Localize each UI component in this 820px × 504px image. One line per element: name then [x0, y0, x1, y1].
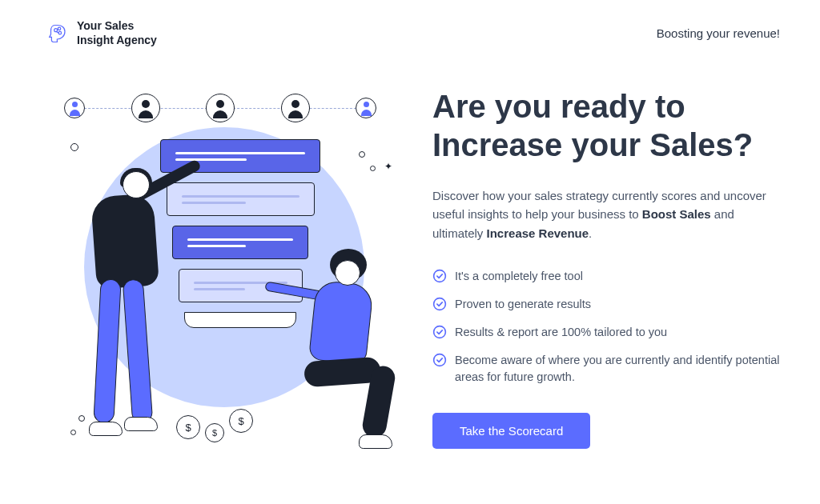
avatar-icon: [64, 98, 85, 118]
avatar-icon: [206, 94, 235, 122]
brand-name: Your Sales Insight Agency: [77, 19, 157, 47]
person-illustration: [76, 171, 196, 435]
check-circle-icon: [432, 297, 447, 311]
take-scorecard-button[interactable]: Take the Scorecard: [432, 413, 590, 449]
hero-description: Discover how your sales strategy current…: [432, 186, 780, 242]
benefits-list: It's a completely free tool Proven to ge…: [432, 268, 780, 386]
page-header: Your Sales Insight Agency Boosting your …: [0, 0, 820, 47]
desc-bold: Boost Sales: [642, 207, 711, 221]
coin-icon: $: [176, 415, 200, 439]
coin-icon: $: [205, 423, 224, 442]
check-circle-icon: [432, 325, 447, 339]
header-tagline: Boosting your revenue!: [657, 26, 780, 40]
avatar-icon: [281, 94, 310, 122]
person-illustration: [264, 255, 408, 455]
svg-point-4: [434, 298, 446, 310]
avatar-icon: [356, 98, 376, 118]
hero-copy: Are you ready to Increase your Sales? Di…: [432, 79, 780, 449]
brand-name-line2: Insight Agency: [77, 34, 157, 48]
benefit-item: It's a completely free tool: [432, 268, 780, 285]
brand-name-line1: Your Sales: [77, 19, 157, 34]
benefit-item: Become aware of where you are currently …: [432, 352, 780, 386]
benefit-text: Results & report are 100% tailored to yo…: [455, 324, 667, 341]
svg-point-3: [434, 270, 446, 282]
brain-head-icon: [48, 22, 70, 45]
coin-icon: $: [229, 409, 253, 433]
benefit-text: Proven to generate results: [455, 296, 591, 313]
svg-point-2: [58, 31, 62, 34]
main-content: $ $ $ ✦ Are you ready to Increase your S…: [0, 47, 820, 463]
check-circle-icon: [432, 269, 447, 283]
benefit-item: Proven to generate results: [432, 296, 780, 313]
desc-text: .: [589, 226, 592, 240]
svg-point-6: [434, 354, 446, 366]
benefit-text: It's a completely free tool: [455, 268, 583, 285]
desc-bold: Increase Revenue: [487, 226, 589, 240]
hero-illustration: $ $ $ ✦: [32, 79, 400, 463]
benefit-text: Become aware of where you are currently …: [455, 352, 780, 386]
page-heading: Are you ready to Increase your Sales?: [432, 87, 780, 164]
check-circle-icon: [432, 353, 447, 367]
svg-point-5: [434, 326, 446, 338]
benefit-item: Results & report are 100% tailored to yo…: [432, 324, 780, 341]
sparkle-icon: ✦: [384, 161, 392, 172]
brand-logo[interactable]: Your Sales Insight Agency: [48, 19, 157, 47]
avatar-icon: [131, 94, 160, 122]
